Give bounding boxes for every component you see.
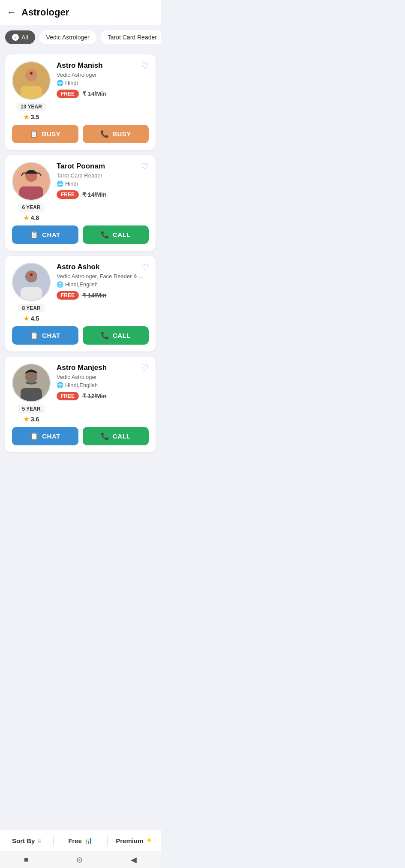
card-actions-1: 📋 CHAT 📞 CALL xyxy=(12,225,149,244)
globe-icon-0: 🌐 xyxy=(57,80,63,86)
globe-icon-2: 🌐 xyxy=(57,281,63,288)
avatar-svg-3 xyxy=(13,364,50,401)
filter-tarot-label: Tarot Card Reader xyxy=(108,34,157,41)
original-price-3: ₹ 12/Min xyxy=(82,393,106,399)
card-info-3: Astro Manjesh ♡ Vedic Astrologer 🌐 Hindi… xyxy=(57,363,149,400)
call-button-3[interactable]: 📞 CALL xyxy=(83,427,149,445)
astro-name-0: Astro Manish xyxy=(57,61,103,70)
language-1: 🌐 Hindi xyxy=(57,180,149,187)
rating-0: ★ 3.5 xyxy=(24,114,39,120)
filter-vedic-label: Vedic Astrologer xyxy=(46,34,90,41)
svg-point-1 xyxy=(25,69,37,81)
call-icon-0: 📞 xyxy=(100,130,109,138)
avatar-svg-1 xyxy=(13,163,50,200)
year-badge-0: 13 YEAR xyxy=(16,102,46,111)
specialty-3: Vedic Astrologer xyxy=(57,374,149,380)
globe-icon-3: 🌐 xyxy=(57,382,63,388)
astro-name-2: Astro Ashok xyxy=(57,263,99,271)
chat-icon-2: 📋 xyxy=(30,331,39,339)
svg-rect-13 xyxy=(21,388,42,401)
back-button[interactable]: ← xyxy=(7,7,16,18)
filter-vedic[interactable]: Vedic Astrologer xyxy=(39,30,96,44)
original-price-0: ₹ 14/Min xyxy=(82,90,106,97)
original-price-1: ₹ 14/Min xyxy=(82,191,106,198)
chat-button-1[interactable]: 📋 CHAT xyxy=(12,225,78,244)
chat-button-0[interactable]: 📋 BUSY xyxy=(12,125,78,143)
check-icon: ✓ xyxy=(12,34,19,41)
favorite-button-3[interactable]: ♡ xyxy=(141,363,149,372)
card-actions-3: 📋 CHAT 📞 CALL xyxy=(12,427,149,445)
specialty-2: Vedic Astrologer, Face Reader & ... xyxy=(57,273,149,279)
astrologer-list: 13 YEAR ★ 3.5 Astro Manish ♡ Vedic Astro… xyxy=(0,49,161,487)
avatar-svg-2 xyxy=(13,264,50,300)
star-icon-0: ★ xyxy=(24,114,29,120)
svg-rect-9 xyxy=(21,287,42,300)
filter-all[interactable]: ✓ All xyxy=(5,30,35,44)
filter-tarot[interactable]: Tarot Card Reader xyxy=(101,30,161,44)
call-button-0[interactable]: 📞 BUSY xyxy=(83,125,149,143)
astrologer-card-1: 6 YEAR ★ 4.8 Tarot Poonam ♡ Tarot Card R… xyxy=(5,155,156,251)
language-2: 🌐 Hindi,English xyxy=(57,281,149,288)
card-actions-0: 📋 BUSY 📞 BUSY xyxy=(12,125,149,143)
svg-rect-6 xyxy=(19,186,43,200)
globe-icon-1: 🌐 xyxy=(57,180,63,187)
price-row-1: FREE ₹ 14/Min xyxy=(57,190,149,199)
svg-point-3 xyxy=(30,72,33,75)
avatar-svg-0 xyxy=(13,62,50,99)
favorite-button-1[interactable]: ♡ xyxy=(141,162,149,171)
rating-value-2: 4.5 xyxy=(31,315,39,322)
call-button-2[interactable]: 📞 CALL xyxy=(83,326,149,345)
svg-point-8 xyxy=(25,270,37,282)
rating-value-1: 4.8 xyxy=(31,214,39,221)
call-icon-1: 📞 xyxy=(101,231,110,239)
year-badge-2: 8 YEAR xyxy=(18,304,45,312)
rating-value-3: 3.6 xyxy=(31,416,39,423)
svg-rect-2 xyxy=(21,86,42,99)
avatar-3 xyxy=(12,363,51,402)
call-button-1[interactable]: 📞 CALL xyxy=(83,225,149,244)
call-icon-3: 📞 xyxy=(101,432,110,440)
rating-2: ★ 4.5 xyxy=(24,315,39,322)
card-info-2: Astro Ashok ♡ Vedic Astrologer, Face Rea… xyxy=(57,263,149,300)
avatar-2 xyxy=(12,263,51,301)
avatar-wrapper-2: 8 YEAR ★ 4.5 xyxy=(12,263,51,322)
filter-all-label: All xyxy=(21,34,28,41)
star-icon-3: ★ xyxy=(24,416,29,423)
card-info-0: Astro Manish ♡ Vedic Astrologer 🌐 Hindi … xyxy=(57,61,149,98)
chat-icon-1: 📋 xyxy=(30,231,39,239)
astrologer-card-0: 13 YEAR ★ 3.5 Astro Manish ♡ Vedic Astro… xyxy=(5,54,156,150)
avatar-0 xyxy=(12,61,51,100)
rating-3: ★ 3.6 xyxy=(24,416,39,423)
language-3: 🌐 Hindi,English xyxy=(57,382,149,388)
year-badge-1: 6 YEAR xyxy=(18,203,45,212)
rating-1: ★ 4.8 xyxy=(24,214,39,221)
avatar-1 xyxy=(12,162,51,201)
free-badge-3: FREE xyxy=(57,392,79,400)
avatar-wrapper-0: 13 YEAR ★ 3.5 xyxy=(12,61,51,120)
chat-button-2[interactable]: 📋 CHAT xyxy=(12,326,78,345)
svg-point-10 xyxy=(30,273,33,276)
favorite-button-0[interactable]: ♡ xyxy=(141,61,149,70)
rating-value-0: 3.5 xyxy=(31,114,39,120)
free-badge-1: FREE xyxy=(57,190,79,199)
favorite-button-2[interactable]: ♡ xyxy=(141,263,149,271)
price-row-3: FREE ₹ 12/Min xyxy=(57,392,149,400)
original-price-2: ₹ 14/Min xyxy=(82,292,106,299)
chat-icon-0: 📋 xyxy=(30,130,39,138)
astro-name-1: Tarot Poonam xyxy=(57,162,105,171)
specialty-0: Vedic Astrologer xyxy=(57,72,149,78)
chat-icon-3: 📋 xyxy=(30,432,39,440)
call-icon-2: 📞 xyxy=(101,331,110,339)
specialty-1: Tarot Card Reader xyxy=(57,172,149,179)
star-icon-1: ★ xyxy=(24,214,29,221)
astro-name-3: Astro Manjesh xyxy=(57,363,107,372)
avatar-wrapper-3: 5 YEAR ★ 3.6 xyxy=(12,363,51,423)
price-row-2: FREE ₹ 14/Min xyxy=(57,291,149,300)
avatar-wrapper-1: 6 YEAR ★ 4.8 xyxy=(12,162,51,221)
free-badge-0: FREE xyxy=(57,90,79,98)
year-badge-3: 5 YEAR xyxy=(18,405,45,413)
language-0: 🌐 Hindi xyxy=(57,80,149,86)
chat-button-3[interactable]: 📋 CHAT xyxy=(12,427,78,445)
card-info-1: Tarot Poonam ♡ Tarot Card Reader 🌐 Hindi… xyxy=(57,162,149,199)
page-title: Astrologer xyxy=(21,7,69,18)
